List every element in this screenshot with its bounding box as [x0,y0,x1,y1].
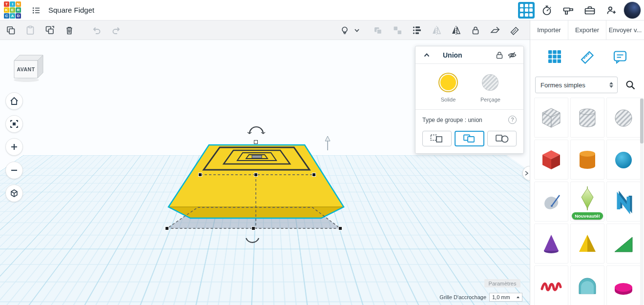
fit-view-button[interactable] [5,115,23,133]
drill-button[interactable] [559,1,578,20]
align-button[interactable] [409,22,425,39]
logo-letter: E [10,7,15,13]
snap-grid-value: 1,0 mm [492,294,510,300]
perspective-toggle-button[interactable] [5,184,23,202]
shape-category-select[interactable]: Formes simples [535,77,618,93]
briefcase-icon [584,4,596,16]
timer-button[interactable] [538,1,556,20]
file-actions: Importer Exporter Envoyer v... [530,20,644,40]
trash-icon [64,25,75,36]
logo-letter: I [10,1,15,7]
union-squares-icon [463,134,477,143]
ungroup-icon [392,25,403,36]
avatar[interactable] [623,1,641,19]
delete-button[interactable] [61,22,78,39]
hide-shape-button[interactable] [506,49,519,61]
notes-tool-button[interactable] [609,46,631,67]
height-handle[interactable] [325,136,330,150]
group-type-buttons [415,128,523,153]
logo-letter: A [10,13,15,19]
shape-text-letters[interactable] [606,182,641,222]
hole-option[interactable]: Perçage [480,73,500,102]
view-cube[interactable]: AVANT [10,52,46,83]
workplane-tool-button[interactable] [544,46,565,67]
show-all-menu-button[interactable] [353,22,361,39]
solid-swatch [440,75,456,90]
collapse-panel-button[interactable] [420,49,433,61]
mirror-button[interactable] [448,22,464,39]
show-all-button[interactable] [336,22,353,39]
help-button[interactable]: ? [508,116,517,124]
scrollbar-thumb[interactable] [640,99,644,143]
view-cube-front-label: AVANT [17,66,35,72]
invite-button[interactable] [602,1,621,20]
group-button[interactable] [370,22,386,39]
square-circle-icon [495,134,509,143]
undo-button[interactable] [88,22,105,39]
solid-label: Solide [441,97,456,102]
outline-squares-icon [430,134,444,143]
ruler-tool-button[interactable] [577,46,598,67]
logo-letter: D [16,13,21,19]
edit-toolbar [0,20,530,40]
bulb-icon [339,25,350,36]
lock-shape-button[interactable] [493,49,506,61]
shape-cylinder-orange[interactable] [570,140,604,180]
apps-grid-icon[interactable] [518,2,535,19]
workplane-button[interactable] [487,22,503,39]
shape-sphere-transparent[interactable] [606,98,641,138]
logo-letter: T [4,1,9,7]
shape-spinning-top[interactable]: Nouveauté! [570,182,604,222]
shape-gallery: Nouveauté! [530,97,644,305]
ruler-icon [509,25,520,36]
eye-off-icon [507,50,517,60]
settings-button[interactable]: Paramètres [484,279,520,287]
briefcase-button[interactable] [581,1,599,20]
shapes-sidebar: Importer Exporter Envoyer v... [530,20,644,305]
shape-pyramid[interactable] [570,224,604,264]
export-button[interactable]: Exporter [568,20,606,40]
ruler-button[interactable] [506,22,523,39]
shape-text-red[interactable] [534,265,568,305]
group-type-mixed-button[interactable] [487,131,517,146]
redo-button[interactable] [108,22,125,39]
zoom-out-button[interactable] [5,162,23,179]
new-badge: Nouveauté! [572,212,603,220]
snap-grid-label: Grille D'accrochage [439,294,486,300]
paste-button[interactable] [22,22,39,39]
shape-cylinder-transparent[interactable] [570,98,604,138]
shape-disc-pink[interactable] [606,265,641,305]
tinkercad-logo[interactable]: T I N K E R C A D [4,1,21,19]
send-button[interactable]: Envoyer v... [606,20,644,40]
copy-button[interactable] [2,22,19,39]
undo-icon [91,24,103,36]
shape-box-red[interactable] [534,140,568,180]
flip-button[interactable] [428,22,445,39]
group-type-outline-button[interactable] [422,131,452,146]
lock-button[interactable] [467,22,484,39]
topbar-right-cluster [518,1,644,20]
minus-icon [9,165,19,175]
solid-option[interactable]: Solide [438,73,458,102]
shape-round-roof[interactable] [570,265,604,305]
search-button[interactable] [622,76,639,94]
hole-label: Perçage [480,97,500,102]
home-view-button[interactable] [5,92,23,110]
shape-box-transparent[interactable] [534,98,568,138]
shape-sphere-blue[interactable] [606,140,641,180]
shape-wedge[interactable] [606,224,641,264]
shape-cone[interactable] [534,224,568,264]
import-button[interactable]: Importer [530,20,568,40]
duplicate-icon [44,25,55,36]
shape-inspector-panel: Union Solide Perçage [415,46,524,154]
shape-scribble[interactable] [534,182,568,222]
group-type-union-button[interactable] [455,131,485,146]
logo-letter: K [4,7,9,13]
padlock-icon [495,51,504,60]
zoom-in-button[interactable] [5,138,23,156]
scrollbar[interactable] [640,98,644,305]
duplicate-button[interactable] [42,22,58,39]
snap-grid-select[interactable]: 1,0 mm [489,293,522,302]
design-menu-button[interactable] [28,2,44,19]
ungroup-button[interactable] [389,22,406,39]
